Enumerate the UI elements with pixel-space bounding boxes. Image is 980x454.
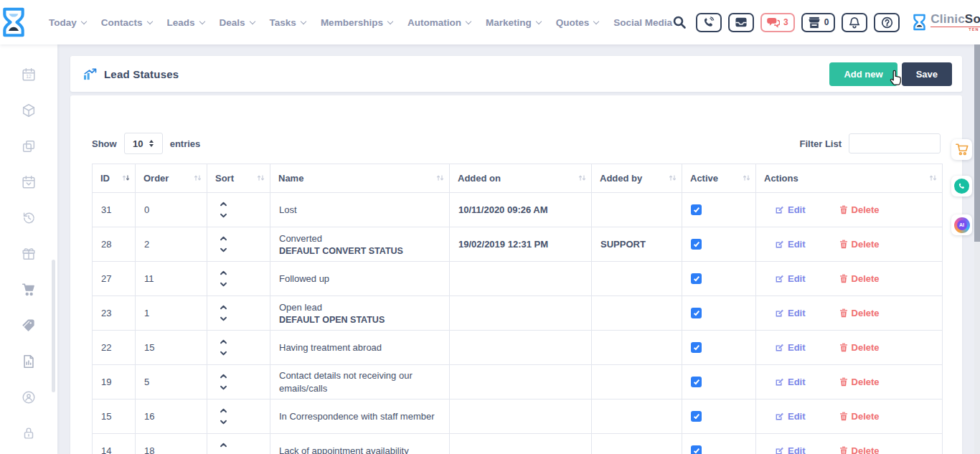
move-down-button[interactable] (220, 316, 261, 321)
edit-link[interactable]: Edit (775, 445, 806, 454)
nav-item-today[interactable]: Today (49, 17, 86, 28)
phone-button[interactable] (696, 13, 722, 32)
main-content: Lead Statuses Add new Save Show 10 entri… (57, 44, 980, 454)
active-checkbox[interactable] (691, 411, 702, 422)
inbox-button[interactable] (728, 13, 754, 32)
status-name: Having treatment abroad (279, 341, 440, 354)
nav-item-marketing[interactable]: Marketing (486, 17, 541, 28)
sidebar-item-lock-icon[interactable] (0, 415, 57, 451)
move-down-button[interactable] (220, 247, 261, 252)
sidebar-item-package-icon[interactable] (0, 93, 57, 128)
edit-link[interactable]: Edit (775, 204, 806, 215)
edit-link[interactable]: Edit (775, 342, 806, 353)
nav-item-quotes[interactable]: Quotes (556, 17, 599, 28)
floating-phone-button[interactable] (951, 176, 972, 197)
active-checkbox[interactable] (691, 445, 702, 454)
search-icon[interactable] (672, 15, 687, 29)
sidebar-item-history-icon[interactable] (0, 200, 57, 236)
active-checkbox[interactable] (691, 377, 702, 387)
column-header-added-on[interactable]: Added on (450, 164, 592, 193)
move-up-button[interactable] (220, 374, 261, 379)
sidebar-scrollbar[interactable] (52, 260, 55, 392)
cell-active (682, 227, 756, 262)
move-up-button[interactable] (220, 270, 261, 275)
filter-list-input[interactable] (849, 133, 941, 153)
active-checkbox[interactable] (691, 239, 702, 250)
move-down-button[interactable] (220, 282, 261, 287)
move-down-button[interactable] (220, 213, 261, 218)
active-checkbox[interactable] (691, 342, 702, 353)
nav-item-social-media[interactable]: Social Media (613, 17, 672, 28)
delete-link[interactable]: Delete (839, 239, 880, 250)
nav-item-contacts[interactable]: Contacts (101, 17, 152, 28)
sidebar-item-gift-icon[interactable] (0, 236, 57, 272)
edit-link[interactable]: Edit (775, 273, 806, 284)
chat-button[interactable]: 3 (760, 13, 795, 32)
save-button[interactable]: Save (902, 62, 952, 86)
sidebar-item-cart-icon[interactable] (0, 272, 57, 308)
column-header-actions[interactable]: Actions (756, 164, 943, 193)
cell-active (682, 296, 756, 331)
add-new-button[interactable]: Add new (829, 62, 897, 86)
move-down-button[interactable] (220, 351, 261, 356)
help-button[interactable] (874, 13, 900, 32)
column-header-name[interactable]: Name (270, 164, 450, 193)
delete-link[interactable]: Delete (839, 308, 880, 318)
nav-item-tasks[interactable]: Tasks (270, 17, 306, 28)
delete-link[interactable]: Delete (839, 445, 880, 454)
sidebar-item-user-circle-icon[interactable] (0, 379, 57, 415)
cell-actions: Edit Delete (756, 296, 943, 331)
column-header-sort[interactable]: Sort (207, 164, 270, 193)
floating-cart-button[interactable] (951, 139, 972, 160)
check-icon (693, 378, 699, 384)
page-scrollbar-thumb[interactable] (974, 44, 980, 242)
edit-link[interactable]: Edit (775, 411, 806, 422)
cell-id: 15 (93, 399, 136, 434)
cell-actions: Edit Delete (756, 331, 943, 365)
nav-item-leads[interactable]: Leads (167, 17, 204, 28)
column-header-order[interactable]: Order (136, 164, 207, 193)
sidebar-item-copy-icon[interactable] (0, 128, 57, 164)
store-icon (808, 16, 821, 29)
move-up-button[interactable] (220, 305, 261, 310)
app-logo[interactable] (0, 7, 27, 37)
notifications-button[interactable] (842, 13, 867, 32)
sidebar-item-tags-icon[interactable] (0, 308, 57, 344)
delete-link[interactable]: Delete (839, 377, 880, 387)
delete-link[interactable]: Delete (839, 342, 880, 353)
nav-item-deals[interactable]: Deals (220, 17, 255, 28)
clinicsoftware-logo[interactable]: ClinicSoftware .com TEN STEPS AHEAD (912, 12, 980, 32)
column-header-id[interactable]: ID (93, 164, 136, 193)
store-button[interactable]: 0 (801, 13, 836, 32)
active-checkbox[interactable] (691, 273, 702, 284)
move-up-button[interactable] (220, 443, 261, 448)
column-header-added-by[interactable]: Added by (592, 164, 682, 193)
active-checkbox[interactable] (691, 308, 702, 318)
edit-link[interactable]: Edit (775, 308, 806, 318)
cell-sort (207, 227, 270, 262)
edit-link[interactable]: Edit (775, 239, 806, 250)
column-header-active[interactable]: Active (682, 164, 756, 193)
delete-link[interactable]: Delete (839, 273, 880, 284)
move-down-button[interactable] (220, 385, 261, 390)
move-down-button[interactable] (220, 420, 261, 425)
move-up-button[interactable] (220, 339, 261, 344)
move-up-button[interactable] (220, 202, 261, 207)
sidebar-item-calendar-archive-icon[interactable] (0, 164, 57, 200)
edit-link[interactable]: Edit (775, 377, 806, 387)
floating-ai-button[interactable]: AI (951, 214, 972, 235)
delete-link[interactable]: Delete (839, 204, 880, 215)
cell-sort (207, 262, 270, 296)
move-up-button[interactable] (220, 408, 261, 413)
cell-name: Open leadDEFAULT OPEN STATUS (270, 296, 450, 331)
sidebar-item-calendar-icon[interactable]: 12 (0, 57, 57, 93)
move-up-button[interactable] (220, 236, 261, 241)
page-scrollbar-track[interactable] (974, 44, 980, 454)
delete-link[interactable]: Delete (839, 411, 880, 422)
cell-added-on (450, 262, 592, 296)
page-size-select[interactable]: 10 (124, 133, 163, 154)
sidebar-item-report-icon[interactable] (0, 344, 57, 379)
active-checkbox[interactable] (691, 204, 702, 215)
nav-item-automation[interactable]: Automation (407, 17, 471, 28)
nav-item-memberships[interactable]: Memberships (321, 17, 392, 28)
